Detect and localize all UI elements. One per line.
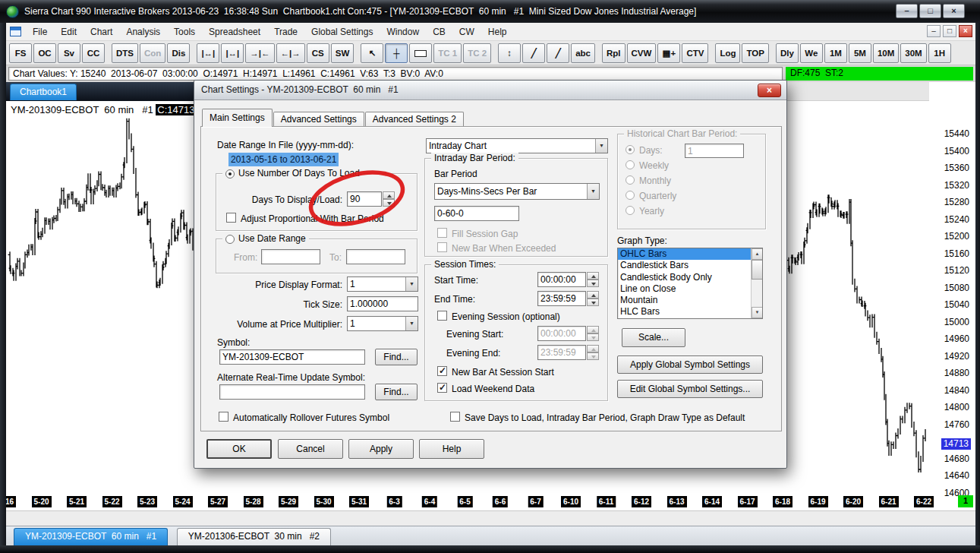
fullscreen-button[interactable]: FS <box>9 43 32 63</box>
replay-button[interactable]: Rpl <box>602 43 625 63</box>
graph-type-mountain[interactable]: Mountain <box>618 295 751 306</box>
cancel-button[interactable]: Cancel <box>278 439 343 459</box>
menu-trade[interactable]: Trade <box>267 24 304 40</box>
dts-button[interactable]: DTS <box>112 43 138 63</box>
chevron-down-icon[interactable]: ▼ <box>405 277 418 291</box>
volume-multiplier-select[interactable]: 1 ▼ <box>347 316 418 331</box>
trendline-tool-icon[interactable]: ╱ <box>522 43 545 63</box>
alt-symbol-input[interactable] <box>219 384 365 400</box>
evening-start-spinner[interactable] <box>587 326 599 341</box>
radio-days[interactable] <box>625 145 635 154</box>
tpo-chart-button[interactable]: ▦+ <box>657 43 680 63</box>
ray-tool-icon[interactable]: ╱ <box>547 43 569 63</box>
tool-config-1-button[interactable]: TC 1 <box>433 43 462 63</box>
from-input[interactable] <box>261 249 320 264</box>
symbol-input[interactable]: YM-201309-ECBOT <box>219 349 365 365</box>
evening-end-spinner[interactable] <box>587 345 599 360</box>
current-traded-volume-button[interactable]: CTV <box>682 43 708 63</box>
to-input[interactable] <box>346 249 405 264</box>
use-date-range-radio[interactable] <box>225 235 235 244</box>
tab-advanced-settings-2[interactable]: Advanced Settings 2 <box>365 112 464 127</box>
disconnect-button[interactable]: Dis <box>167 43 190 63</box>
radio-yearly[interactable] <box>625 206 635 215</box>
days-to-load-input[interactable]: 90 <box>347 191 382 207</box>
5min-period-button[interactable]: 5M <box>849 43 871 63</box>
date-axis[interactable]: 5-165-205-215-225-235-245-275-285-295-30… <box>6 496 975 509</box>
close-chart-button[interactable]: CC <box>82 43 105 63</box>
dialog-titlebar[interactable]: Chart Settings - YM-201309-ECBOT 60 min … <box>194 81 786 100</box>
save-button[interactable]: Sv <box>58 43 80 63</box>
start-time-spinner[interactable] <box>587 272 599 287</box>
increase-bar-spacing-icon[interactable]: |↔| <box>197 43 219 63</box>
expand-bars-icon[interactable]: ←|→ <box>276 43 305 63</box>
symbol-find-button[interactable]: Find... <box>375 349 418 365</box>
chart-type-select[interactable]: Intraday Chart ▼ <box>426 138 608 153</box>
radio-monthly[interactable] <box>625 175 635 185</box>
menu-tools[interactable]: Tools <box>167 24 202 40</box>
child-close-button[interactable]: × <box>959 25 972 37</box>
end-time-spinner[interactable] <box>587 291 599 306</box>
scale-button[interactable]: Scale... <box>622 328 685 347</box>
graph-type-ohlc-bars[interactable]: OHLC Bars <box>618 248 751 260</box>
menu-global-settings[interactable]: Global Settings <box>304 24 380 40</box>
child-minimize-button[interactable]: – <box>927 25 941 37</box>
menu-cw[interactable]: CW <box>452 24 481 40</box>
tool-config-2-button[interactable]: TC 2 <box>463 43 491 63</box>
scroll-up-icon[interactable]: ▲ <box>752 248 763 260</box>
chevron-down-icon[interactable]: ▼ <box>595 139 607 153</box>
maximize-button[interactable]: □ <box>919 4 941 18</box>
alt-symbol-find-button[interactable]: Find... <box>375 384 418 400</box>
minimize-button[interactable]: – <box>896 4 918 18</box>
10min-period-button[interactable]: 10M <box>873 43 899 63</box>
apply-global-symbol-settings-button[interactable]: Apply Global Symbol Settings <box>617 356 763 374</box>
price-display-format-select[interactable]: 1 ▼ <box>347 276 418 292</box>
apply-button[interactable]: Apply <box>348 439 414 459</box>
daily-period-button[interactable]: Dly <box>776 43 799 63</box>
tab-main-settings[interactable]: Main Settings <box>202 109 273 127</box>
adjust-proportional-checkbox[interactable] <box>226 213 236 223</box>
scrollbar-thumb[interactable] <box>752 260 763 280</box>
fill-session-gap-checkbox[interactable] <box>437 228 447 238</box>
edit-global-symbol-settings-button[interactable]: Edit Global Symbol Settings... <box>617 380 763 398</box>
vertical-adjust-tool-icon[interactable]: ↕ <box>498 43 521 63</box>
chevron-down-icon[interactable]: ▼ <box>405 317 418 330</box>
1min-period-button[interactable]: 1M <box>824 43 847 63</box>
new-bar-when-exceeded-checkbox[interactable] <box>437 242 447 252</box>
days-to-load-spinner[interactable] <box>383 191 395 207</box>
menu-spreadsheet[interactable]: Spreadsheet <box>202 24 267 40</box>
menu-window[interactable]: Window <box>380 24 426 40</box>
decrease-bar-spacing-icon[interactable]: |↔| <box>221 43 244 63</box>
end-time-input[interactable]: 23:59:59 <box>537 291 586 306</box>
help-button[interactable]: Help <box>419 439 484 459</box>
weekly-period-button[interactable]: We <box>800 43 823 63</box>
chart-settings-button[interactable]: CS <box>307 43 329 63</box>
connect-button[interactable]: Con <box>140 43 165 63</box>
tick-size-input[interactable]: 1.000000 <box>347 296 418 311</box>
bar-period-select[interactable]: Days-Mins-Secs Per Bar ▼ <box>434 183 600 200</box>
chevron-down-icon[interactable]: ▼ <box>587 184 599 199</box>
child-restore-button[interactable]: □ <box>943 25 956 37</box>
ok-button[interactable]: OK <box>206 439 272 459</box>
chart-values-window-button[interactable]: CVW <box>627 43 657 63</box>
crosshair-tool-icon[interactable]: ┼ <box>385 43 408 63</box>
bar-period-input[interactable]: 0-60-0 <box>434 206 519 221</box>
dialog-close-button[interactable]: × <box>758 84 781 97</box>
start-time-input[interactable]: 00:00:00 <box>537 272 586 287</box>
radio-weekly[interactable] <box>625 160 635 169</box>
tab-advanced-settings[interactable]: Advanced Settings <box>273 112 364 127</box>
close-button[interactable]: × <box>943 4 965 18</box>
auto-rollover-checkbox[interactable] <box>219 412 228 422</box>
menu-help[interactable]: Help <box>481 24 514 40</box>
menu-chart[interactable]: Chart <box>84 24 119 40</box>
graph-type-hlc-bars[interactable]: HLC Bars <box>618 306 751 318</box>
studies-window-button[interactable]: SW <box>331 43 355 63</box>
menu-edit[interactable]: Edit <box>54 24 84 40</box>
evening-start-input[interactable]: 00:00:00 <box>537 326 586 341</box>
graph-type-candlestick-bars[interactable]: Candlestick Bars <box>618 260 751 271</box>
listbox-scrollbar[interactable]: ▲ ▼ <box>751 248 762 318</box>
radio-quarterly[interactable] <box>625 191 635 200</box>
squeeze-bars-icon[interactable]: →|← <box>245 43 274 63</box>
log-button[interactable]: Log <box>715 43 740 63</box>
menu-analysis[interactable]: Analysis <box>119 24 167 40</box>
bottom-tab-ym-201309-ecbot-60-min-1[interactable]: YM-201309-ECBOT 60 min #1 <box>14 528 168 545</box>
